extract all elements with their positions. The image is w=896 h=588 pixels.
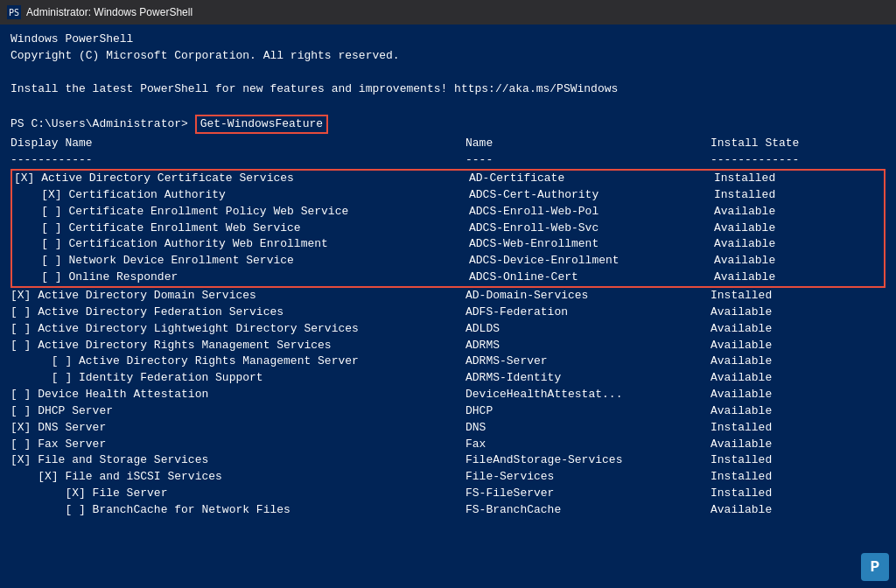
feature-rows: [X] Active Directory Certificate Service… [10, 169, 886, 519]
table-row: [ ] Network Device Enrollment ServiceADC… [14, 253, 882, 270]
header-line-4: Install the latest PowerShell for new fe… [10, 81, 886, 98]
col-display-header: Display Name [10, 136, 466, 152]
table-row: [ ] Active Directory Rights Management S… [10, 338, 886, 354]
table-row: [ ] Active Directory Rights Management S… [10, 354, 886, 370]
table-row: [X] File and iSCSI ServicesFile-Services… [10, 469, 886, 486]
command-line: PS C:\Users\Administrator> Get-WindowsFe… [10, 115, 886, 135]
table-row: [ ] Certificate Enrollment Policy Web Se… [14, 204, 882, 220]
table-row: [ ] DHCP ServerDHCPAvailable [10, 403, 886, 420]
table-separator-row: ------------ ---- ------------- [10, 152, 886, 169]
title-bar: PS Administrator: Windows PowerShell [0, 0, 896, 24]
col-name-header: Name [466, 136, 710, 152]
table-row: [ ] Online ResponderADCS-Online-CertAvai… [14, 270, 882, 286]
table-row: [ ] Fax ServerFaxAvailable [10, 437, 886, 453]
table-row: [ ] Identity Federation SupportADRMS-Ide… [10, 370, 886, 387]
col-name-sep: ---- [466, 152, 710, 169]
table-row: [X] Active Directory Domain ServicesAD-D… [10, 288, 886, 304]
header-line-1: Windows PowerShell [10, 32, 886, 48]
svg-text:PS: PS [9, 8, 19, 18]
col-display-sep: ------------ [10, 152, 466, 169]
table-row: [ ] BranchCache for Network FilesFS-Bran… [10, 502, 886, 519]
table-row: [ ] Device Health AttestationDeviceHealt… [10, 387, 886, 403]
pmark: P [861, 553, 889, 581]
table-row: [X] File and Storage ServicesFileAndStor… [10, 452, 886, 469]
table-row: [ ] Active Directory Lightweight Directo… [10, 321, 886, 338]
header-line-2: Copyright (C) Microsoft Corporation. All… [10, 48, 886, 65]
table-row: [ ] Certification Authority Web Enrollme… [14, 236, 882, 253]
table-row: [ ] Certificate Enrollment Web ServiceAD… [14, 220, 882, 237]
table-row: [X] Active Directory Certificate Service… [14, 171, 882, 187]
header-line-3 [10, 65, 886, 81]
prompt: PS C:\Users\Administrator> [10, 116, 195, 133]
header-line-5 [10, 98, 886, 115]
title-bar-text: Administrator: Windows PowerShell [26, 6, 192, 18]
col-state-header: Install State [710, 136, 833, 152]
table-row: [X] DNS ServerDNSInstalled [10, 420, 886, 437]
table-header-row: Display Name Name Install State [10, 136, 886, 152]
title-bar-icon: PS [7, 5, 21, 19]
table-row: [X] File ServerFS-FileServerInstalled [10, 486, 886, 502]
table-row: [ ] Active Directory Federation Services… [10, 304, 886, 321]
red-box-feature-block: [X] Active Directory Certificate Service… [10, 169, 886, 288]
table-row: [X] Certification AuthorityADCS-Cert-Aut… [14, 187, 882, 204]
col-state-sep: ------------- [710, 152, 833, 169]
command-text: Get-WindowsFeature [195, 115, 328, 135]
terminal: Windows PowerShell Copyright (C) Microso… [0, 24, 896, 588]
table-container: Display Name Name Install State --------… [10, 136, 886, 169]
